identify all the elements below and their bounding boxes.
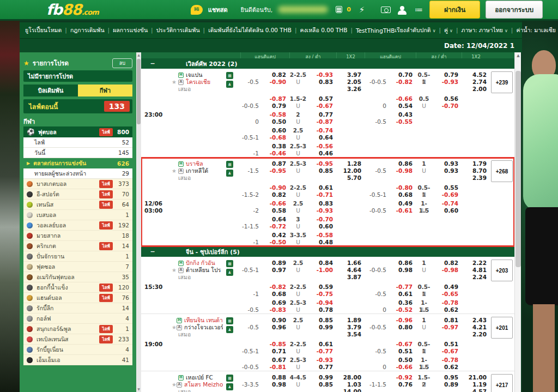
sidebar-item-sport[interactable]: คริกเกตไลฟ์14 bbox=[23, 241, 132, 251]
tab-bet-slip[interactable]: บิลเดิมพัน bbox=[23, 85, 78, 97]
deposit-button[interactable]: ฝากเงิน bbox=[429, 1, 480, 19]
over-under-odds[interactable]: 0.84-1.00 bbox=[310, 260, 336, 274]
handicap-odds[interactable]: 0.87-0.95 bbox=[262, 160, 289, 174]
1x2-odds-fh[interactable]: 2.224.812.24 bbox=[462, 260, 490, 281]
over-under-odds[interactable]: -0.700.60 bbox=[310, 216, 336, 230]
nav-link[interactable]: เดิมพันที่ยังไม่ได้ตัดสิน 0.00 THB bbox=[208, 26, 300, 35]
nav-link[interactable]: TestThingTHB bbox=[356, 27, 395, 34]
over-under-odds-fh[interactable]: -0.780.62 bbox=[435, 299, 462, 313]
more-bets-button[interactable]: +239 bbox=[491, 71, 513, 93]
over-under-odds[interactable]: -0.560.46 bbox=[310, 143, 336, 157]
handicap-odds[interactable]: 0.60-0.68 bbox=[262, 127, 289, 141]
quick-transfer-icon[interactable]: ⚡ bbox=[356, 5, 367, 15]
sidebar-item-sport[interactable]: กอล์ฟ4 bbox=[23, 313, 132, 324]
statement-icon[interactable]: ≔ bbox=[413, 5, 424, 15]
handicap-odds[interactable]: 0.38-0.46 bbox=[262, 143, 289, 157]
more-bets-button[interactable]: +217 bbox=[491, 374, 513, 392]
home-team[interactable]: Hปักกิ่ง กั๋วอัน bbox=[172, 260, 223, 267]
handicap-odds[interactable]: -0.820.68 bbox=[262, 284, 289, 298]
handicap-odds[interactable]: -0.580.50 bbox=[262, 111, 289, 125]
1x2-odds-fh[interactable]: 21.001.194.57 bbox=[462, 374, 490, 392]
handicap-odds[interactable]: 0.42-0.50 bbox=[262, 232, 289, 246]
sidebar-item-sport[interactable]: เทเบิลเทนนิสไลฟ์233 bbox=[23, 334, 132, 345]
sidebar-item-sport[interactable]: รักบี้ลีก14 bbox=[23, 303, 132, 313]
live-now-row[interactable]: ไลฟ์ตอนนี้ 133 bbox=[23, 99, 132, 113]
over-under-odds-fh[interactable]: 0.930.93 bbox=[435, 160, 462, 174]
lineup-icon[interactable]: ♟ bbox=[226, 383, 233, 390]
sidebar-item-outright[interactable]: ทายผลผู้ชนะล่วงหน้า29 bbox=[23, 168, 132, 179]
over-under-odds[interactable]: -0.580.48 bbox=[310, 232, 336, 246]
handicap-odds-fh[interactable]: 0.43-0.55 bbox=[390, 111, 416, 125]
away-team[interactable]: ★Aเกาหลีใต้ bbox=[172, 167, 223, 174]
favorite-star-icon[interactable]: ★ bbox=[172, 79, 178, 86]
sidebar-item-sport[interactable]: รักบี้ยูเนี่ยน4 bbox=[23, 345, 132, 355]
lineup-icon[interactable]: ♟ bbox=[226, 170, 233, 177]
over-under-odds-fh[interactable]: -0.740.60 bbox=[435, 200, 462, 214]
live-chat-icon[interactable]: Hi bbox=[191, 5, 203, 15]
odds-scrollbar[interactable]: ▲ bbox=[514, 52, 521, 392]
handicap-odds-fh[interactable]: 0.50-0.66 bbox=[390, 357, 416, 371]
nav-setting[interactable]: เรียงลำดับปกติ∨ bbox=[395, 26, 444, 35]
scroll-down-icon[interactable]: ▼ bbox=[136, 387, 141, 392]
sidebar-item-sport[interactable]: บาสเกตบอลไลฟ์373 bbox=[23, 179, 132, 189]
more-bets-button[interactable]: +201 bbox=[491, 317, 513, 339]
league-header[interactable]: −เวิลด์คัพ 2022 (2) bbox=[141, 58, 514, 69]
sidebar-item-football-sub[interactable]: วันนี้145 bbox=[23, 148, 132, 158]
nav-setting[interactable]: ค่าน้ำ: มาเลเซีย∨ bbox=[516, 26, 558, 35]
favorite-star-icon[interactable]: ★ bbox=[172, 167, 178, 174]
handicap-odds-fh[interactable]: -0.670.51 bbox=[390, 341, 416, 355]
nav-link[interactable]: ผลการแข่งขัน bbox=[113, 26, 156, 35]
league-header[interactable]: −จีน - ซุปเปอร์ลีก (5) bbox=[141, 246, 514, 257]
handicap-odds[interactable]: 0.900.96 bbox=[262, 317, 289, 331]
scroll-up-icon[interactable]: ▲ bbox=[515, 52, 521, 59]
favorite-star-icon[interactable]: ★ bbox=[172, 324, 177, 331]
logout-button[interactable]: ออกจากระบบ bbox=[486, 1, 543, 19]
handicap-odds[interactable]: 0.67-0.81 bbox=[262, 357, 289, 371]
away-team[interactable]: ★Aสโมสร Meizhou Hakka bbox=[172, 381, 223, 388]
handicap-odds[interactable]: -0.660.58 bbox=[262, 200, 289, 214]
brand-logo[interactable]: fb88.com bbox=[46, 1, 99, 18]
1x2-odds-fh[interactable]: 4.522.742.00 bbox=[462, 71, 490, 93]
sidebar-scrollbar[interactable]: ▲ ▼ bbox=[136, 52, 141, 392]
balance-coins-icon[interactable] bbox=[333, 5, 344, 15]
lineup-icon[interactable]: ♟ bbox=[226, 269, 233, 276]
sidebar-item-sport[interactable]: วอลเลย์บอลไลฟ์192 bbox=[23, 220, 132, 231]
stats-icon[interactable]: ▦ bbox=[226, 161, 233, 168]
1x2-odds-fh[interactable]: 2.434.212.20 bbox=[462, 317, 490, 338]
scrollbar-thumb[interactable] bbox=[515, 71, 521, 267]
over-under-odds[interactable]: -0.950.85 bbox=[310, 160, 336, 174]
over-under-odds[interactable]: 0.61-0.71 bbox=[310, 184, 336, 198]
over-under-odds-fh[interactable]: 0.82-0.98 bbox=[435, 260, 462, 274]
handicap-odds[interactable]: 0.69-0.83 bbox=[262, 299, 289, 313]
handicap-odds[interactable]: 0.890.97 bbox=[262, 260, 289, 274]
more-bets-button[interactable]: +268 bbox=[491, 160, 513, 182]
sidebar-item-sport[interactable]: มวยสากล18 bbox=[23, 231, 132, 241]
handicap-odds[interactable]: 0.82-0.90 bbox=[262, 71, 289, 86]
sidebar-item-sport[interactable]: แฮนด์บอลไลฟ์76 bbox=[23, 293, 132, 303]
nav-setting[interactable]: ภาษา: ภาษาไทย∨ bbox=[461, 26, 516, 35]
nav-link[interactable]: กฎการเดิมพัน bbox=[70, 26, 113, 35]
sidebar-item-premarket[interactable]: ▶ตลาดก่อนการแข่งขัน626 bbox=[23, 158, 132, 168]
sidebar-item-sport[interactable]: อเมริกันฟุตบอล35 bbox=[23, 272, 132, 282]
over-under-odds[interactable]: 0.61-0.77 bbox=[310, 341, 336, 355]
over-under-odds-fh[interactable]: 0.950.89 bbox=[435, 374, 462, 388]
handicap-odds-fh[interactable]: 0.86-0.98 bbox=[390, 160, 416, 174]
home-team[interactable]: Hเหอเป่ย์ FC bbox=[172, 374, 223, 381]
over-under-odds-fh[interactable]: 0.79-0.93 bbox=[435, 71, 462, 86]
money-transfer-icon[interactable] bbox=[380, 5, 391, 15]
handicap-odds[interactable]: -0.900.82 bbox=[262, 184, 289, 198]
collapse-icon[interactable]: − bbox=[145, 248, 160, 255]
handicap-odds-fh[interactable]: -0.960.80 bbox=[390, 317, 416, 331]
sidebar-item-sport[interactable]: เอ็มเอ็มเอ41 bbox=[23, 355, 132, 365]
over-under-odds[interactable]: 0.83-0.93 bbox=[310, 200, 336, 214]
home-team[interactable]: Hเจแปน bbox=[172, 71, 223, 79]
account-icon[interactable] bbox=[397, 5, 408, 15]
over-under-odds[interactable]: -0.930.77 bbox=[310, 357, 336, 371]
1x2-odds-fh[interactable]: 1.798.702.39 bbox=[462, 160, 490, 182]
scroll-up-icon[interactable]: ▲ bbox=[136, 52, 141, 58]
sidebar-item-football[interactable]: ⚽ฟุตบอลไลฟ์800 bbox=[23, 126, 132, 137]
over-under-odds-fh[interactable]: 0.55-0.69 bbox=[435, 184, 462, 198]
over-under-odds-fh[interactable]: -0.780.62 bbox=[435, 357, 462, 371]
1x2-odds[interactable]: 1.664.643.87 bbox=[336, 260, 365, 281]
handicap-odds[interactable]: -0.870.79 bbox=[262, 95, 289, 110]
